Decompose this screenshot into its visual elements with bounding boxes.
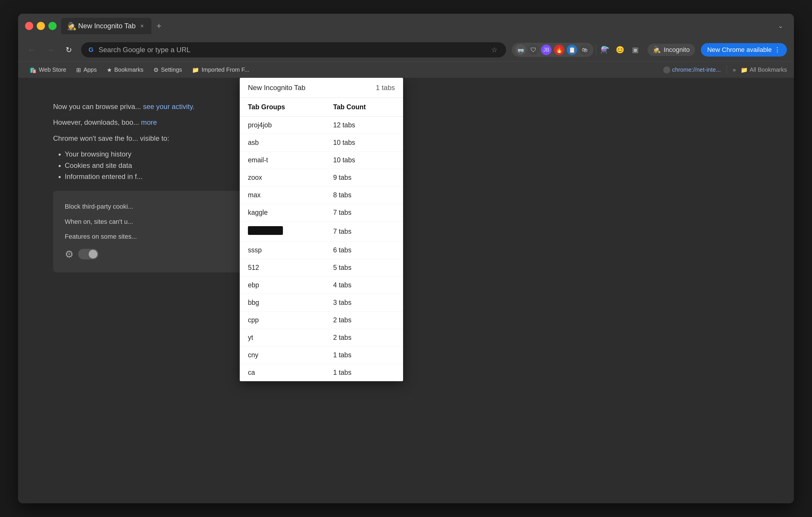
tab-groups-panel[interactable]: New Incognito Tab 1 tabs Tab Groups Tab …	[240, 78, 403, 381]
imported-icon: 📁	[192, 66, 199, 73]
back-button[interactable]: ←	[25, 43, 38, 56]
title-bar: 🕵 New Incognito Tab × + ⌄	[18, 14, 794, 38]
cookie-settings-gear-icon[interactable]: ⚙	[65, 246, 74, 262]
bookmark-star-button[interactable]: ☆	[489, 44, 500, 56]
cookie-toggle-switch[interactable]	[78, 249, 98, 260]
panel-header-tab-count: 1 tabs	[376, 84, 395, 92]
tab-bar: 🕵 New Incognito Tab × +	[61, 18, 770, 34]
address-input[interactable]: Search Google or type a URL	[98, 46, 485, 54]
count-cell: 2 tabs	[325, 311, 403, 329]
folder-icon: 📁	[741, 66, 748, 73]
bookmark-webstore-label: Web Store	[39, 66, 66, 73]
bookmark-apps[interactable]: ⊞ Apps	[72, 65, 101, 75]
table-row[interactable]: proj4job12 tabs	[240, 117, 403, 134]
sidebar-button[interactable]: ▣	[629, 43, 642, 56]
table-row[interactable]: 7 tabs	[240, 221, 403, 242]
new-chrome-label: New Chrome available	[707, 46, 772, 54]
group-cell: asb	[240, 134, 325, 152]
table-row[interactable]: sssp6 tabs	[240, 242, 403, 259]
webstore-icon: 🛍️	[29, 66, 36, 73]
browser-window: 🕵 New Incognito Tab × + ⌄ ← → ↻ G Search…	[18, 14, 794, 503]
new-tab-button[interactable]: +	[152, 20, 165, 32]
incognito-badge[interactable]: 🕵 Incognito	[647, 44, 695, 56]
ext-bag-icon[interactable]: 🛍	[580, 44, 590, 55]
group-cell: kaggle	[240, 204, 325, 221]
table-row[interactable]: kaggle7 tabs	[240, 204, 403, 221]
tab-close-button[interactable]: ×	[139, 23, 146, 29]
minimize-traffic-light[interactable]	[37, 22, 45, 30]
bookmark-imported[interactable]: 📁 Imported From F...	[188, 65, 253, 75]
reload-button[interactable]: ↻	[62, 43, 75, 56]
count-cell: 1 tabs	[325, 346, 403, 364]
cookie-toggle-knob	[89, 250, 97, 258]
emoji-icon[interactable]: 😊	[614, 43, 627, 56]
count-cell: 7 tabs	[325, 221, 403, 242]
ext-shield-icon[interactable]: 🛡	[528, 44, 539, 55]
table-row[interactable]: ebp4 tabs	[240, 277, 403, 294]
more-bookmarks-button[interactable]: »	[733, 66, 736, 73]
count-cell: 3 tabs	[325, 294, 403, 311]
incognito-para3: Chrome won't save the fo... visible to:	[53, 133, 257, 144]
tab-label: New Incognito Tab	[78, 22, 136, 30]
table-row[interactable]: 5125 tabs	[240, 259, 403, 277]
bookmark-settings[interactable]: ⚙ Settings	[149, 65, 186, 75]
table-row[interactable]: max8 tabs	[240, 186, 403, 204]
maximize-traffic-light[interactable]	[49, 22, 57, 30]
net-intern-link[interactable]: chrome://net-inte...	[663, 66, 721, 73]
incognito-tab-icon: 🕵	[67, 22, 75, 30]
bookmark-bookmarks[interactable]: ★ Bookmarks	[103, 65, 148, 75]
table-row[interactable]: email-t10 tabs	[240, 152, 403, 169]
close-traffic-light[interactable]	[25, 22, 33, 30]
settings-icon: ⚙	[153, 66, 159, 73]
count-cell: 10 tabs	[325, 152, 403, 169]
ext-fire-icon[interactable]: 🔥	[554, 44, 564, 55]
group-cell: email-t	[240, 152, 325, 169]
table-row[interactable]: cny1 tabs	[240, 346, 403, 364]
forward-button[interactable]: →	[44, 43, 57, 56]
group-cell: proj4job	[240, 117, 325, 134]
panel-header-row: New Incognito Tab 1 tabs	[240, 78, 403, 98]
bookmarks-bar: 🛍️ Web Store ⊞ Apps ★ Bookmarks ⚙ Settin…	[18, 61, 794, 78]
list-item-history: Your browsing history	[65, 149, 759, 160]
ext-goggles-icon[interactable]: 🥽	[515, 44, 526, 55]
cookie-toggle-row: ⚙	[65, 246, 245, 262]
cookie-block: Block third-party cooki... When on, site…	[53, 191, 257, 273]
group-cell: zoox	[240, 169, 325, 186]
table-row[interactable]: zoox9 tabs	[240, 169, 403, 186]
extension-icons: 🥽 🛡 JB 🔥 📋 🛍 ⚗️ 😊 ▣	[512, 43, 642, 57]
col-group-header: Tab Groups	[240, 98, 325, 117]
incognito-list: Your browsing history Cookies and site d…	[53, 149, 759, 182]
count-cell: 12 tabs	[325, 117, 403, 134]
tab-dropdown-button[interactable]: ⌄	[774, 20, 787, 32]
black-label-tag	[248, 226, 283, 235]
ext-copy-icon[interactable]: 📋	[567, 44, 577, 55]
new-chrome-button[interactable]: New Chrome available ⋮	[701, 43, 787, 57]
count-cell: 4 tabs	[325, 277, 403, 294]
col-count-header: Tab Count	[325, 98, 403, 117]
count-cell: 2 tabs	[325, 329, 403, 346]
table-row[interactable]: yt2 tabs	[240, 329, 403, 346]
count-cell: 5 tabs	[325, 259, 403, 277]
cookie-line3: Features on some sites...	[65, 232, 245, 242]
count-cell: 10 tabs	[325, 134, 403, 152]
active-tab[interactable]: 🕵 New Incognito Tab ×	[61, 18, 151, 34]
ext-group-1: 🥽 🛡 JB 🔥 📋 🛍	[512, 43, 593, 57]
list-item-cookies: Cookies and site data	[65, 160, 759, 171]
incognito-label: Incognito	[664, 46, 690, 54]
main-content: Now you can browse priva... see your act…	[18, 78, 794, 503]
table-row[interactable]: ca1 tabs	[240, 364, 403, 382]
ext-jetbrains-icon[interactable]: JB	[541, 44, 552, 55]
address-bar[interactable]: G Search Google or type a URL ☆	[81, 42, 506, 57]
table-row[interactable]: bbg3 tabs	[240, 294, 403, 311]
apps-icon: ⊞	[76, 66, 81, 73]
bookmark-webstore[interactable]: 🛍️ Web Store	[25, 65, 70, 75]
group-cell: ca	[240, 364, 325, 382]
count-cell: 9 tabs	[325, 169, 403, 186]
group-cell: yt	[240, 329, 325, 346]
group-cell: sssp	[240, 242, 325, 259]
table-row[interactable]: cpp2 tabs	[240, 311, 403, 329]
all-bookmarks-label[interactable]: 📁 All Bookmarks	[741, 66, 787, 73]
experiment-icon[interactable]: ⚗️	[599, 43, 611, 56]
panel-header-tab-label: New Incognito Tab	[248, 84, 376, 92]
table-row[interactable]: asb10 tabs	[240, 134, 403, 152]
